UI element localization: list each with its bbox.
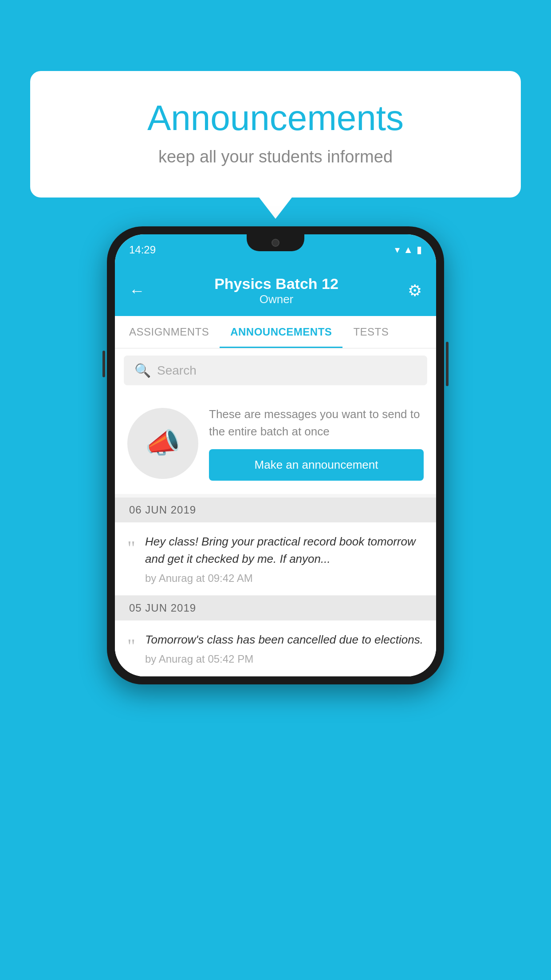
promo-icon-circle: 📣 [127,408,198,479]
announcement-content-2: Tomorrow's class has been cancelled due … [145,631,424,665]
tab-tests[interactable]: TESTS [342,316,399,348]
make-announcement-button[interactable]: Make an announcement [209,449,424,481]
header-title-group: Physics Batch 12 Owner [145,275,408,306]
status-icons: ▾ ▲ ▮ [395,244,422,256]
quote-icon-2: " [127,635,135,656]
promo-description: These are messages you want to send to t… [209,406,424,440]
announcement-item-2: " Tomorrow's class has been cancelled du… [115,620,436,676]
status-time: 14:29 [129,244,156,256]
power-button [446,342,449,386]
settings-icon[interactable]: ⚙ [408,281,422,300]
search-bar[interactable]: 🔍 Search [124,356,427,385]
tab-announcements[interactable]: ANNOUNCEMENTS [220,316,342,348]
phone-wrapper: 14:29 ▾ ▲ ▮ ← Physics Batch 12 Owner ⚙ [107,226,444,684]
date-header-2: 05 JUN 2019 [115,596,436,620]
phone-frame: 14:29 ▾ ▲ ▮ ← Physics Batch 12 Owner ⚙ [107,226,444,684]
battery-icon: ▮ [417,244,422,256]
tab-assignments[interactable]: ASSIGNMENTS [118,316,220,348]
promo-right: These are messages you want to send to t… [209,406,424,481]
batch-role: Owner [145,292,408,306]
announcement-item-1: " Hey class! Bring your practical record… [115,522,436,596]
speech-bubble-title: Announcements [66,98,485,138]
announcement-meta-2: by Anurag at 05:42 PM [145,653,424,665]
app-header: ← Physics Batch 12 Owner ⚙ [115,265,436,316]
speech-bubble: Announcements keep all your students inf… [30,71,521,198]
content-area: 🔍 Search 📣 These are messages you want t… [115,348,436,676]
date-header-1: 06 JUN 2019 [115,498,436,522]
search-placeholder: Search [157,364,197,378]
megaphone-icon: 📣 [145,427,181,460]
volume-button [102,351,105,377]
announcement-text-2: Tomorrow's class has been cancelled due … [145,631,424,648]
status-bar: 14:29 ▾ ▲ ▮ [115,234,436,265]
camera-lens [272,239,279,247]
search-icon: 🔍 [134,363,151,378]
signal-icon: ▲ [403,244,413,256]
announcement-content-1: Hey class! Bring your practical record b… [145,533,424,585]
announcement-text-1: Hey class! Bring your practical record b… [145,533,424,568]
batch-title: Physics Batch 12 [145,275,408,292]
announcement-meta-1: by Anurag at 09:42 AM [145,572,424,585]
speech-bubble-subtitle: keep all your students informed [66,147,485,166]
phone-screen: 14:29 ▾ ▲ ▮ ← Physics Batch 12 Owner ⚙ [115,234,436,676]
tabs-bar: ASSIGNMENTS ANNOUNCEMENTS TESTS [115,316,436,348]
quote-icon-1: " [127,537,135,558]
phone-notch [247,234,304,251]
search-container: 🔍 Search [115,348,436,392]
announcement-promo: 📣 These are messages you want to send to… [115,392,436,494]
back-button[interactable]: ← [129,281,145,300]
wifi-icon: ▾ [395,244,400,256]
speech-bubble-container: Announcements keep all your students inf… [30,71,521,198]
